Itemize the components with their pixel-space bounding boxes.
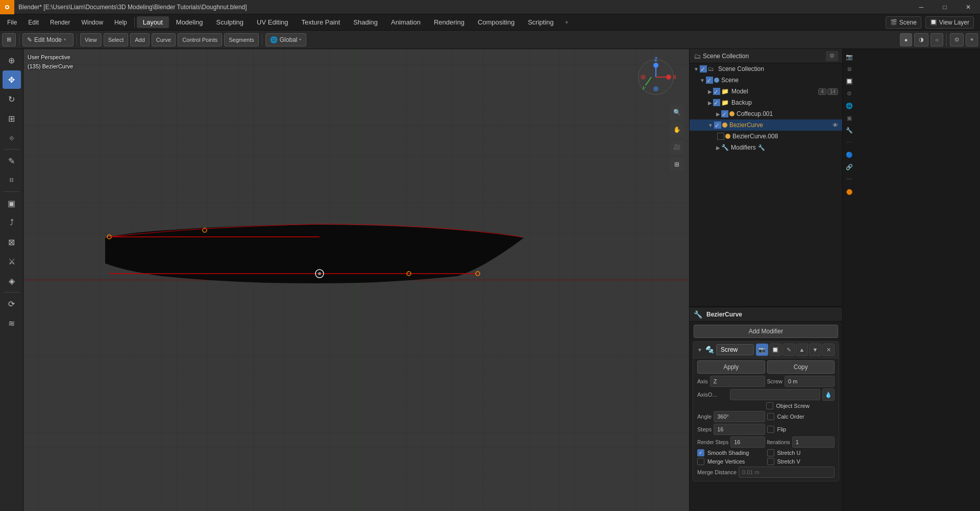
tab-layout[interactable]: Layout bbox=[137, 16, 169, 28]
angle-value[interactable]: 360° bbox=[714, 411, 765, 422]
view-layer-selector-label[interactable]: View Layer bbox=[939, 19, 969, 26]
modifier-move-down-btn[interactable]: ▼ bbox=[809, 344, 821, 356]
outliner-bezier[interactable]: ▼ ✓ BezierCurve 👁 bbox=[690, 119, 842, 131]
render-menu[interactable]: Render bbox=[45, 17, 75, 28]
move-tool[interactable]: ✥ bbox=[3, 70, 21, 89]
modifier-edit-icon-btn[interactable]: ✎ bbox=[782, 344, 795, 356]
stretch-v-checkbox[interactable] bbox=[767, 458, 774, 465]
scale-tool[interactable]: ⊞ bbox=[3, 109, 21, 128]
viewport-shading-render[interactable]: ○ bbox=[930, 33, 943, 46]
output-properties-icon[interactable]: 🖥 bbox=[844, 63, 855, 75]
spin-tool[interactable]: ⟳ bbox=[3, 295, 21, 313]
modifier-expand-arrow[interactable]: ▼ bbox=[697, 347, 702, 353]
modifier-properties-icon[interactable]: 🔧 bbox=[844, 125, 855, 136]
stretch-u-checkbox[interactable] bbox=[767, 449, 774, 456]
outliner-backup[interactable]: ▶ ✓ 📁 Backup bbox=[690, 97, 842, 108]
physics-properties-icon[interactable]: 🔵 bbox=[844, 149, 855, 160]
view-layer-properties-icon[interactable]: 🔲 bbox=[844, 76, 855, 87]
flip-checkbox[interactable] bbox=[767, 426, 774, 433]
tab-uv-editing[interactable]: UV Editing bbox=[251, 16, 294, 28]
knife-tool[interactable]: ⚔ bbox=[3, 252, 21, 271]
constraints-properties-icon[interactable]: 🔗 bbox=[844, 161, 855, 173]
gizmo-button[interactable]: ⌖ bbox=[966, 33, 978, 46]
world-properties-icon[interactable]: 🌐 bbox=[844, 100, 855, 111]
smooth-tool[interactable]: ≋ bbox=[3, 314, 21, 332]
tab-modeling[interactable]: Modeling bbox=[170, 16, 209, 28]
calc-order-checkbox[interactable] bbox=[767, 413, 774, 420]
add-cube-tool[interactable]: ▣ bbox=[3, 194, 21, 212]
add-modifier-button[interactable]: Add Modifier bbox=[694, 325, 838, 338]
edit-menu[interactable]: Edit bbox=[23, 17, 44, 28]
particles-properties-icon[interactable]: ⋯ bbox=[844, 137, 855, 148]
screw-value[interactable]: 0 m bbox=[785, 376, 835, 387]
coffecup-checkbox[interactable]: ✓ bbox=[721, 110, 728, 117]
axis-object-field[interactable] bbox=[730, 389, 820, 400]
help-menu[interactable]: Help bbox=[109, 17, 132, 28]
object-properties-icon[interactable]: ▣ bbox=[844, 112, 855, 124]
material-properties-icon[interactable]: ⬤ bbox=[844, 186, 855, 197]
scene-selector-label[interactable]: Scene bbox=[899, 19, 917, 26]
measure-tool[interactable]: ⌗ bbox=[3, 171, 21, 189]
tab-animation[interactable]: Animation bbox=[385, 16, 427, 28]
poly-build-tool[interactable]: ◈ bbox=[3, 272, 21, 290]
bezier-eye-icon[interactable]: 👁 bbox=[832, 122, 838, 128]
annotate-tool[interactable]: ✎ bbox=[3, 152, 21, 170]
tab-scripting[interactable]: Scripting bbox=[522, 16, 560, 28]
modifier-delete-btn[interactable]: ✕ bbox=[822, 344, 835, 356]
scene-checkbox[interactable]: ✓ bbox=[706, 77, 713, 84]
merge-vertices-checkbox[interactable] bbox=[697, 458, 704, 465]
modifier-render-icon-btn[interactable]: 📷 bbox=[756, 344, 768, 356]
iterations-value[interactable]: 1 bbox=[792, 436, 835, 448]
camera-button[interactable]: 🎥 bbox=[670, 140, 684, 154]
transform-tool[interactable]: ⟐ bbox=[3, 129, 21, 147]
render-steps-value[interactable]: 16 bbox=[730, 436, 765, 448]
tab-rendering[interactable]: Rendering bbox=[428, 16, 471, 28]
cursor-tool[interactable]: ⊕ bbox=[3, 51, 21, 69]
viewport-shading-material[interactable]: ◑ bbox=[914, 33, 928, 46]
extrude-tool[interactable]: ⤴ bbox=[3, 213, 21, 232]
outliner-coffecup[interactable]: ▶ ✓ Coffecup.001 bbox=[690, 108, 842, 119]
render-properties-icon[interactable]: 📷 bbox=[844, 51, 855, 62]
segments-menu-btn[interactable]: Segments bbox=[224, 33, 259, 46]
file-menu[interactable]: File bbox=[2, 17, 22, 28]
outliner-model[interactable]: ▶ ✓ 📁 Model 4 14 bbox=[690, 86, 842, 97]
data-properties-icon[interactable]: 〰 bbox=[844, 174, 855, 185]
outliner-bezier-008[interactable]: BezierCurve.008 bbox=[690, 131, 842, 142]
viewport-gizmo[interactable]: Z X Y bbox=[638, 59, 679, 100]
tab-sculpting[interactable]: Sculpting bbox=[210, 16, 250, 28]
grid-button[interactable]: ⊞ bbox=[670, 157, 684, 172]
tab-compositing[interactable]: Compositing bbox=[472, 16, 521, 28]
tab-texture-paint[interactable]: Texture Paint bbox=[295, 16, 346, 28]
smooth-shading-checkbox[interactable]: ✓ bbox=[697, 449, 704, 456]
overlay-button[interactable]: ⊙ bbox=[950, 33, 964, 46]
minimize-button[interactable]: ─ bbox=[910, 0, 933, 14]
add-tab-button[interactable]: + bbox=[561, 17, 573, 28]
viewport-shading-solid[interactable]: ● bbox=[900, 33, 913, 46]
zoom-button[interactable]: 🔍 bbox=[670, 105, 684, 119]
control-points-menu-btn[interactable]: Control Points bbox=[178, 33, 222, 46]
axis-value[interactable]: Z bbox=[710, 376, 765, 387]
outliner-modifiers[interactable]: ▶ 🔧 Modifiers 🔧 bbox=[690, 142, 842, 153]
add-menu-btn[interactable]: Add bbox=[130, 33, 150, 46]
object-screw-checkbox[interactable] bbox=[766, 402, 773, 409]
backup-checkbox[interactable]: ✓ bbox=[713, 99, 720, 106]
copy-button[interactable]: Copy bbox=[767, 360, 835, 374]
apply-button[interactable]: Apply bbox=[697, 360, 765, 374]
editor-type-button[interactable]: ⊞ bbox=[2, 33, 16, 46]
outliner-scene[interactable]: ▼ ✓ Scene bbox=[690, 75, 842, 86]
axis-object-eyedropper[interactable]: 💧 bbox=[822, 388, 835, 401]
curve-menu-btn[interactable]: Curve bbox=[152, 33, 176, 46]
outliner-scene-collection[interactable]: ▼ ✓ 🗂 Scene Collection bbox=[690, 63, 842, 75]
view-menu-btn[interactable]: View bbox=[80, 33, 102, 46]
bezier-008-checkbox[interactable] bbox=[717, 133, 724, 140]
model-checkbox[interactable]: ✓ bbox=[713, 88, 720, 95]
select-menu-btn[interactable]: Select bbox=[104, 33, 129, 46]
scene-properties-icon[interactable]: ⚙ bbox=[844, 88, 855, 99]
steps-value[interactable]: 16 bbox=[714, 424, 765, 435]
inset-tool[interactable]: ⊠ bbox=[3, 233, 21, 251]
modifier-move-up-btn[interactable]: ▲ bbox=[796, 344, 808, 356]
tab-shading[interactable]: Shading bbox=[347, 16, 384, 28]
transform-orientation-selector[interactable]: 🌐 Global ▾ bbox=[265, 33, 306, 46]
bezier-checkbox[interactable]: ✓ bbox=[714, 121, 721, 129]
window-menu[interactable]: Window bbox=[76, 17, 108, 28]
